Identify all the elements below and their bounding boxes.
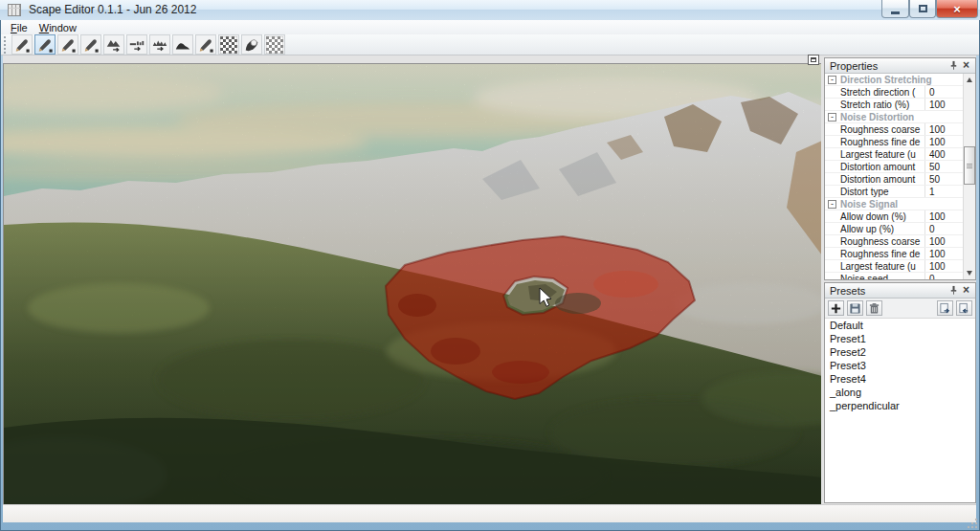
toolbar-button-10[interactable] [218,34,239,55]
properties-scrollbar[interactable] [963,74,975,279]
presets-panel: Presets × DefaultPreset1Preset2Preset3Pr… [824,282,976,503]
preset-item[interactable]: Preset4 [825,372,975,386]
smooth-icon [174,36,191,54]
save-icon [849,302,861,315]
toolbar-button-1[interactable] [11,34,33,55]
import-preset-button[interactable] [956,300,972,316]
collapse-icon[interactable]: - [828,200,836,209]
property-label: Largest feature (u [839,261,924,272]
preset-item[interactable]: _along [825,386,975,399]
preset-item[interactable]: _perpendicular [825,399,975,412]
property-row: Roughness fine de100 [825,136,963,148]
toolbar-button-3[interactable] [57,34,78,55]
property-label: Largest feature (u [839,149,924,160]
property-row: Distortion amount50 [825,173,963,186]
toolbar-button-2[interactable] [34,34,56,55]
property-row: Largest feature (u400 [825,148,963,161]
toolbar-button-5[interactable] [103,34,124,55]
scroll-up-arrow[interactable] [964,74,975,86]
presets-header: Presets × [825,283,975,299]
viewport-maximize-icon [811,57,816,62]
menu-file[interactable]: File [7,21,35,34]
resize-grip[interactable] [967,518,978,529]
preset-item[interactable]: Preset3 [825,359,975,372]
toolbar-button-7[interactable] [149,34,170,55]
toolbar [1,34,979,55]
pin-icon[interactable] [947,284,960,297]
property-label: Distort type [839,187,924,197]
toolbar-gripper[interactable] [4,36,8,54]
brush-icon [82,36,100,54]
property-label: Direction Stretching [839,75,963,85]
property-label: Roughness coarse [839,236,924,247]
property-row: Roughness coarse100 [825,123,963,136]
property-label: Noise Signal [839,199,963,210]
delete-preset-button[interactable] [866,300,882,316]
maximize-button[interactable] [909,0,936,18]
property-value-field[interactable]: 100 [924,210,963,222]
preset-item[interactable]: Preset1 [825,332,975,345]
export-preset-button[interactable] [937,300,953,316]
property-label: Allow down (%) [839,211,924,222]
property-value-field[interactable]: 100 [924,248,963,259]
scroll-down-arrow[interactable] [964,267,975,279]
collapse-icon[interactable]: - [828,113,836,122]
property-value-field[interactable]: 400 [924,148,963,160]
property-row: Stretch direction (0 [825,86,963,99]
properties-header: Properties × [825,58,975,74]
close-button[interactable]: × [936,0,978,18]
presets-toolbar [825,299,975,319]
toolbar-button-8[interactable] [172,34,193,55]
window-title: Scape Editor 0.1.1 - Jun 26 2012 [29,0,196,20]
viewport[interactable] [3,63,821,504]
property-row: Noise seed0 [825,273,963,279]
properties-rows: -Direction StretchingStretch direction (… [825,74,963,279]
property-row: Largest feature (u100 [825,260,963,273]
pin-icon[interactable] [947,59,960,72]
brush-icon [36,36,54,54]
property-row: Stretch ratio (%)100 [825,99,963,111]
terrain-scene[interactable] [4,64,821,504]
preset-item[interactable]: Default [825,319,975,332]
property-value-field[interactable]: 0 [924,273,963,279]
toolbar-button-6[interactable] [126,34,147,55]
property-value-field[interactable]: 1 [924,186,963,197]
add-preset-button[interactable] [828,300,844,316]
toolbar-button-11[interactable] [241,34,262,55]
toolbar-button-12[interactable] [264,34,285,55]
property-value-field[interactable]: 100 [924,260,963,272]
save-preset-button[interactable] [847,300,863,316]
raise-icon [105,36,122,54]
presets-close-icon[interactable]: × [960,284,972,297]
brush-icon [197,36,214,54]
property-label: Allow up (%) [839,224,924,234]
checker-icon [220,36,237,54]
properties-close-icon[interactable]: × [960,59,972,72]
minimize-button[interactable] [881,0,909,18]
property-label: Distortion amount [839,174,924,185]
scroll-thumb[interactable] [964,146,975,185]
toolbar-button-9[interactable] [195,34,216,55]
property-value-field[interactable]: 50 [924,173,963,185]
property-value-field[interactable]: 0 [924,223,963,234]
property-value-field[interactable]: 100 [924,99,963,110]
maximize-icon [919,5,927,12]
collapse-icon[interactable]: - [828,76,836,84]
title-bar[interactable]: Scape Editor 0.1.1 - Jun 26 2012 × [0,0,980,20]
property-value-field[interactable]: 100 [924,235,963,247]
property-label: Stretch ratio (%) [839,100,924,110]
presets-title: Presets [830,285,947,297]
property-value-field[interactable]: 50 [924,161,963,172]
property-row: Distort type1 [825,186,963,198]
toolbar-button-4[interactable] [80,34,101,55]
menu-bar: File Window [1,20,979,34]
row-gutter: - [825,113,839,122]
property-value-field[interactable]: 100 [924,123,963,135]
brush-icon [59,36,77,54]
property-value-field[interactable]: 100 [924,136,963,147]
viewport-maximize-button[interactable] [808,55,819,65]
property-value-field[interactable]: 0 [924,86,963,98]
preset-item[interactable]: Preset2 [825,345,975,359]
menu-window[interactable]: Window [35,21,84,34]
light-icon [243,36,260,54]
